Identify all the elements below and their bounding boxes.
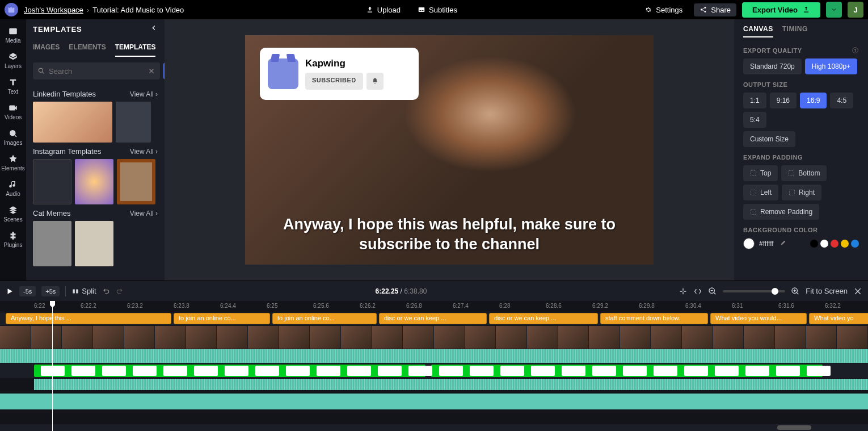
export-button[interactable]: Export Video xyxy=(742,2,820,18)
collapse-panel-button[interactable] xyxy=(150,24,158,34)
rail-images[interactable]: Images xyxy=(0,125,26,149)
template-thumb[interactable] xyxy=(75,221,113,266)
palette-yellow[interactable] xyxy=(841,240,849,248)
overlay-item[interactable] xyxy=(378,366,402,376)
template-thumb[interactable] xyxy=(117,159,155,204)
overlay-item[interactable] xyxy=(194,366,218,376)
subtitle-clip[interactable]: staff comment down below. xyxy=(600,313,708,324)
rail-text[interactable]: Text xyxy=(0,74,26,98)
overlay-item[interactable] xyxy=(500,366,524,376)
overlay-item[interactable] xyxy=(470,366,494,376)
video-track[interactable] xyxy=(0,326,868,349)
undo-button[interactable] xyxy=(102,287,110,295)
subtitles-track[interactable]: Anyway, I hope this ...to join an online… xyxy=(0,313,868,325)
play-button[interactable] xyxy=(6,287,14,295)
overlay-item[interactable] xyxy=(807,366,831,376)
overlay-item[interactable] xyxy=(286,366,310,376)
eyedropper-icon[interactable] xyxy=(778,240,786,248)
viewall-linkedin[interactable]: View All › xyxy=(130,90,158,98)
back-5s[interactable]: -5s xyxy=(19,286,36,296)
template-thumb[interactable] xyxy=(75,159,113,204)
palette-red[interactable] xyxy=(831,240,838,248)
rail-videos[interactable]: Videos xyxy=(0,99,26,124)
settings-button[interactable]: Settings xyxy=(639,3,688,16)
viewall-instagram[interactable]: View All › xyxy=(130,148,158,156)
overlay-item[interactable] xyxy=(71,366,95,376)
overlay-item[interactable] xyxy=(684,366,708,376)
custom-size-button[interactable]: Custom Size xyxy=(743,131,795,147)
rail-audio[interactable]: Audio xyxy=(0,176,26,200)
overlay-item[interactable] xyxy=(562,366,585,376)
subtitle-clip[interactable]: disc or we can keep ... xyxy=(379,313,487,324)
zoom-in[interactable] xyxy=(791,287,800,296)
rail-media[interactable]: Media xyxy=(0,23,26,47)
quality-standard[interactable]: Standard 720p xyxy=(743,58,802,74)
help-icon[interactable]: ? xyxy=(852,47,859,54)
rail-elements[interactable]: Elements xyxy=(0,150,26,175)
upload-button[interactable]: Upload xyxy=(360,3,406,16)
subtitle-clip[interactable]: What video you would... xyxy=(710,313,807,324)
rail-layers[interactable]: Layers xyxy=(0,48,26,73)
remove-padding[interactable]: Remove Padding xyxy=(743,204,819,220)
ratio-9-16[interactable]: 9:16 xyxy=(770,93,797,108)
overlay-item[interactable] xyxy=(592,366,616,376)
zoom-out[interactable] xyxy=(708,287,717,296)
rail-plugins[interactable]: Plugins xyxy=(0,227,26,252)
subtitle-clip[interactable]: Anyway, I hope this ... xyxy=(6,313,171,324)
tab-canvas[interactable]: CANVAS xyxy=(743,25,773,37)
pad-left[interactable]: Left xyxy=(743,185,778,200)
pad-top[interactable]: Top xyxy=(743,165,778,181)
split-button[interactable]: Split xyxy=(71,287,96,295)
workspace-link[interactable]: Josh's Workspace xyxy=(24,6,83,14)
fwd-5s[interactable]: +5s xyxy=(41,286,60,296)
overlay-item[interactable] xyxy=(745,366,769,376)
share-button[interactable]: Share xyxy=(694,3,736,16)
template-thumb[interactable] xyxy=(116,102,151,143)
bg-color-swatch[interactable] xyxy=(743,238,755,249)
palette-black[interactable] xyxy=(810,240,818,248)
overlay-track[interactable] xyxy=(0,363,868,378)
overlay-item[interactable] xyxy=(41,366,65,376)
timeline-scrollbar[interactable] xyxy=(0,424,868,431)
playhead[interactable] xyxy=(52,301,53,431)
zoom-slider[interactable] xyxy=(723,290,785,292)
overlay-item[interactable] xyxy=(317,366,340,376)
tab-images[interactable]: IMAGES xyxy=(33,39,60,57)
user-avatar[interactable]: J xyxy=(848,2,863,18)
timeline-mode-button[interactable] xyxy=(693,287,702,296)
rail-scenes[interactable]: Scenes xyxy=(0,202,26,226)
quality-high[interactable]: High 1080p+ xyxy=(805,58,857,74)
audio-track-2[interactable] xyxy=(34,379,868,390)
overlay-item[interactable] xyxy=(776,366,800,376)
tab-elements[interactable]: ELEMENTS xyxy=(69,39,106,57)
overlay-item[interactable] xyxy=(408,366,432,376)
fit-to-screen[interactable]: Fit to Screen xyxy=(806,287,848,295)
template-thumb[interactable] xyxy=(33,102,112,143)
audio-track-1[interactable] xyxy=(0,349,868,363)
overlay-item[interactable] xyxy=(715,366,739,376)
ratio-4-5[interactable]: 4:5 xyxy=(830,93,853,108)
overlay-item[interactable] xyxy=(623,366,647,376)
subtitles-button[interactable]: Subtitles xyxy=(412,3,463,16)
ratio-5-4[interactable]: 5:4 xyxy=(743,112,766,128)
overlay-item[interactable] xyxy=(102,366,126,376)
viewall-cat[interactable]: View All › xyxy=(130,210,158,217)
subtitle-clip[interactable]: disc or we can keep ... xyxy=(489,313,598,324)
overlay-item[interactable] xyxy=(531,366,555,376)
palette-blue[interactable] xyxy=(851,240,859,248)
clear-icon[interactable] xyxy=(148,67,155,75)
timeline-ruler[interactable]: 6:226:22.26:23.26:23.86:24.46:256:25.66:… xyxy=(0,301,868,312)
pad-bottom[interactable]: Bottom xyxy=(781,165,827,181)
palette-white[interactable] xyxy=(820,240,828,248)
tab-templates[interactable]: TEMPLATES xyxy=(115,39,156,57)
tab-timing[interactable]: TIMING xyxy=(782,25,808,37)
subtitle-clip[interactable]: to join an online co... xyxy=(272,313,377,324)
overlay-item[interactable] xyxy=(163,366,187,376)
snap-button[interactable] xyxy=(679,287,688,296)
overlay-item[interactable] xyxy=(654,366,677,376)
subtitle-clip[interactable]: What video yo xyxy=(809,313,868,324)
subtitle-clip[interactable]: to join an online co... xyxy=(174,313,270,324)
audio-track-3[interactable] xyxy=(0,394,868,409)
export-dropdown[interactable] xyxy=(826,2,842,18)
search-input[interactable] xyxy=(49,62,144,79)
